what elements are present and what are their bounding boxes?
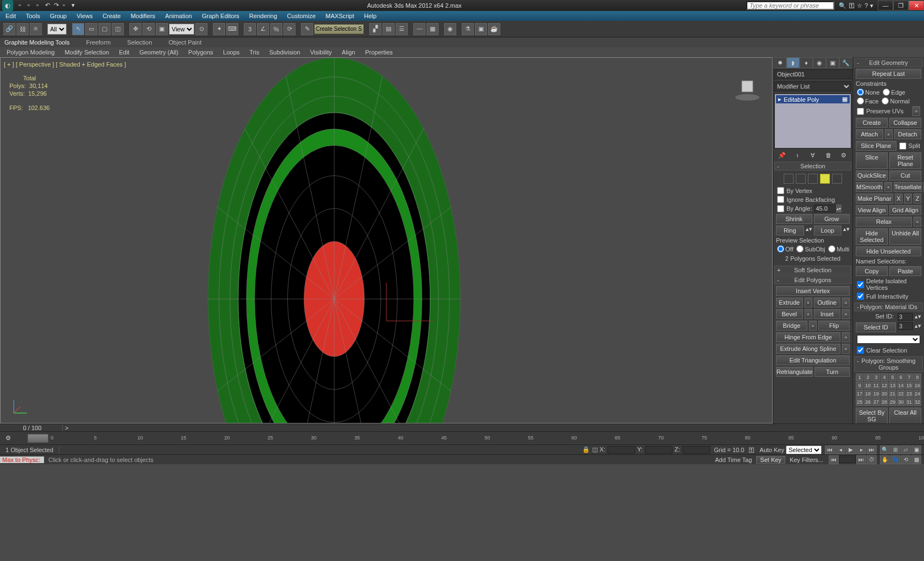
orbit-icon[interactable]: ⟲: [901, 455, 911, 464]
ribbon-tab-object-paint[interactable]: Object Paint: [168, 39, 201, 46]
attach-list-button[interactable]: ▫: [885, 129, 893, 139]
menu-views[interactable]: Views: [76, 13, 92, 19]
render-icon[interactable]: ☕: [488, 23, 500, 35]
sg-22[interactable]: 22: [897, 390, 905, 398]
by-angle-checkbox[interactable]: [777, 205, 784, 212]
rollout-soft-selection-header[interactable]: Soft Selection: [794, 267, 832, 273]
ignore-backfacing-checkbox[interactable]: [777, 196, 784, 203]
next-frame-icon[interactable]: ▸: [856, 446, 866, 454]
selection-filter-dropdown[interactable]: All: [47, 24, 67, 35]
remove-modifier-icon[interactable]: 🗑: [824, 151, 833, 160]
hide-selected-button[interactable]: Hide Selected: [856, 228, 888, 245]
zoom-icon[interactable]: 🔍: [880, 446, 890, 454]
sg-10[interactable]: 10: [864, 382, 872, 389]
turn-button[interactable]: Turn: [814, 367, 850, 377]
select-by-sg-button[interactable]: Select By SG: [856, 408, 888, 424]
inset-button[interactable]: Inset: [814, 309, 841, 319]
current-frame-input[interactable]: [839, 455, 856, 463]
new-icon[interactable]: ▫: [19, 2, 26, 9]
keyboard-shortcut-icon[interactable]: ⌨: [226, 23, 238, 35]
set-key-button[interactable]: Set Key: [756, 456, 785, 464]
trackbar-expand-icon[interactable]: >: [65, 425, 68, 431]
curve-editor-icon[interactable]: 〰: [413, 23, 425, 35]
ribbon-tab-freeform[interactable]: Freeform: [86, 39, 111, 46]
bridge-settings-button[interactable]: ▫: [809, 321, 817, 331]
layers-icon[interactable]: ☰: [396, 23, 408, 35]
set-id-input[interactable]: [898, 313, 913, 321]
lock-icon[interactable]: 🔒: [582, 446, 590, 454]
time-slider[interactable]: [28, 434, 48, 443]
sg-9[interactable]: 9: [856, 382, 863, 389]
open-icon[interactable]: ▫: [28, 2, 35, 9]
hinge-settings-button[interactable]: ▫: [842, 332, 850, 342]
cut-button[interactable]: Cut: [889, 170, 921, 180]
maximize-button[interactable]: ❐: [893, 1, 909, 10]
sg-5[interactable]: 5: [889, 373, 896, 381]
ribbon-visibility[interactable]: Visibility: [308, 48, 334, 56]
configure-sets-icon[interactable]: ⚙: [839, 151, 848, 160]
ribbon-tris[interactable]: Tris: [247, 48, 261, 56]
pivot-icon[interactable]: ⊙: [195, 23, 207, 35]
mirror-icon[interactable]: ▞: [369, 23, 381, 35]
sg-18[interactable]: 18: [864, 390, 872, 398]
select-name-icon[interactable]: ▭: [85, 23, 97, 35]
outline-button[interactable]: Outline: [814, 298, 841, 307]
slice-plane-button[interactable]: Slice Plane: [856, 141, 896, 151]
sg-3[interactable]: 3: [872, 373, 880, 381]
extrude-button[interactable]: Extrude: [776, 298, 803, 307]
paste-button[interactable]: Paste: [889, 266, 921, 276]
sg-2[interactable]: 2: [864, 373, 872, 381]
quickslice-button[interactable]: QuickSlice: [856, 170, 888, 180]
move-icon[interactable]: ✥: [129, 23, 141, 35]
ribbon-align[interactable]: Align: [340, 48, 357, 56]
shrink-button[interactable]: Shrink: [776, 214, 812, 224]
hierarchy-tab-icon[interactable]: ♦: [800, 57, 813, 68]
preserve-uvs-checkbox[interactable]: [857, 108, 864, 115]
motion-tab-icon[interactable]: ◉: [813, 57, 826, 68]
ribbon-subdivision[interactable]: Subdivision: [267, 48, 302, 56]
subobj-vertex-icon[interactable]: [784, 174, 794, 184]
menu-help[interactable]: Help: [364, 13, 377, 19]
select-icon[interactable]: ↖: [72, 23, 84, 35]
by-vertex-checkbox[interactable]: [777, 187, 784, 194]
app-logo[interactable]: ◐: [2, 0, 13, 11]
sg-12[interactable]: 12: [881, 382, 888, 389]
preview-off-radio[interactable]: [777, 245, 784, 252]
key-mode-dropdown[interactable]: Selected: [786, 446, 822, 454]
rollout-edit-geometry-header[interactable]: Edit Geometry: [869, 59, 907, 66]
reset-plane-button[interactable]: Reset Plane: [889, 152, 921, 169]
retriangulate-button[interactable]: Retriangulate: [776, 367, 813, 377]
sg-21[interactable]: 21: [889, 390, 896, 398]
relax-settings-button[interactable]: ▫: [914, 217, 921, 227]
object-name-input[interactable]: [774, 69, 852, 79]
rotate-icon[interactable]: ⟲: [143, 23, 155, 35]
ribbon-polygon-modeling[interactable]: Polygon Modeling: [4, 48, 57, 56]
msmooth-button[interactable]: MSmooth: [856, 182, 883, 192]
constraint-none-radio[interactable]: [857, 89, 864, 96]
bevel-button[interactable]: Bevel: [776, 309, 803, 319]
sg-1[interactable]: 1: [856, 373, 863, 381]
menu-rendering[interactable]: Rendering: [249, 13, 277, 19]
by-angle-input[interactable]: [814, 205, 836, 212]
flip-button[interactable]: Flip: [818, 321, 850, 331]
constraint-normal-radio[interactable]: [882, 97, 889, 105]
sg-11[interactable]: 11: [872, 382, 880, 389]
bridge-button[interactable]: Bridge: [776, 321, 807, 331]
material-editor-icon[interactable]: ◉: [444, 23, 456, 35]
add-time-tag[interactable]: Add Time Tag: [710, 457, 756, 463]
stack-toggle-icon[interactable]: ▸: [778, 96, 781, 103]
prev-key-icon[interactable]: ⏮: [829, 455, 839, 464]
sg-27[interactable]: 27: [872, 398, 880, 406]
zoom-extents-icon[interactable]: ▣: [911, 446, 921, 454]
sg-6[interactable]: 6: [897, 373, 905, 381]
coords-mode-icon[interactable]: ◫: [592, 446, 598, 454]
ribbon-properties[interactable]: Properties: [363, 48, 395, 56]
sg-28[interactable]: 28: [881, 398, 888, 406]
delete-iso-checkbox[interactable]: [857, 281, 864, 288]
sg-17[interactable]: 17: [856, 390, 863, 398]
collapse-button[interactable]: Collapse: [889, 118, 921, 128]
play-icon[interactable]: ▶: [846, 446, 856, 454]
viewport-label[interactable]: [ + ] [ Perspective ] [ Shaded + Edged F…: [4, 61, 126, 68]
sg-31[interactable]: 31: [905, 398, 913, 406]
z-input[interactable]: [682, 446, 710, 454]
